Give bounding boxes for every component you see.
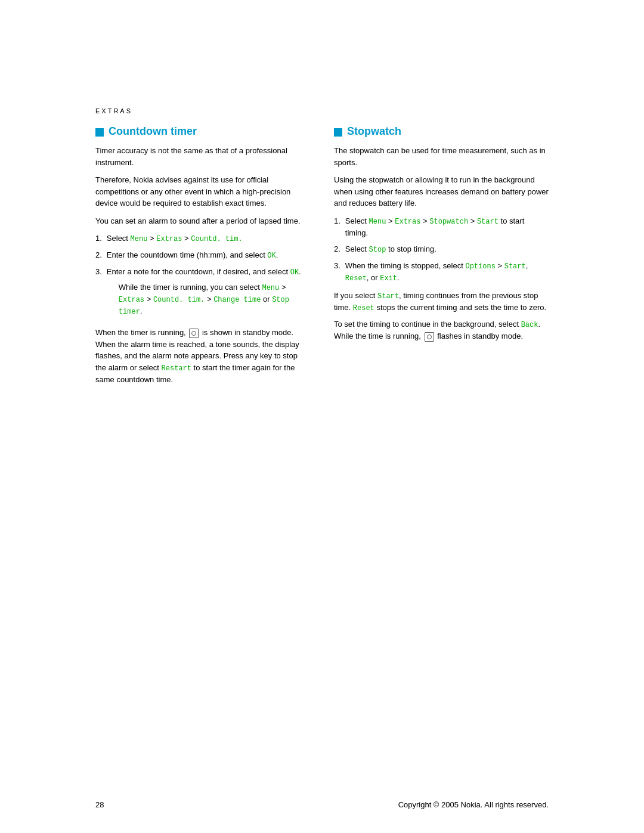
sw-menu-link: Menu [369, 218, 386, 226]
countdown-standby-para: When the timer is running, is shown in s… [95, 327, 310, 385]
stopwatch-section: Stopwatch The stopwatch can be used for … [334, 125, 549, 348]
stopwatch-step-2: 2. Select Stop to stop timing. [334, 243, 549, 255]
countdown-intro-3: You can set an alarm to sound after a pe… [95, 215, 310, 227]
page-footer: 28 Copyright © 2005 Nokia. All rights re… [95, 788, 549, 833]
stopwatch-steps: 1. Select Menu > Extras > Stopwatch > St… [334, 215, 549, 284]
countdown-steps: 1. Select Menu > Extras > Countd. tim. 2… [95, 233, 310, 321]
countdown-timer-title: Countdown timer [95, 125, 310, 138]
title-square-icon-2 [334, 128, 342, 137]
sw-reset-link-2: Reset [353, 304, 374, 312]
stopwatch-step-1: 1. Select Menu > Extras > Stopwatch > St… [334, 215, 549, 239]
sw-extras-link: Extras [395, 218, 420, 226]
extras-link-2: Extras [119, 296, 144, 304]
sw-back-link: Back [521, 321, 538, 329]
ok-link-1: OK [267, 252, 275, 260]
stopwatch-note-1: If you select Start, timing continues fr… [334, 290, 549, 314]
countdown-intro-1: Timer accuracy is not the same as that o… [95, 145, 310, 168]
sw-stopwatch-link: Stopwatch [429, 218, 468, 226]
countdown-indented-note: While the timer is running, you can sele… [119, 281, 310, 317]
copyright-text: Copyright © 2005 Nokia. All rights reser… [398, 800, 549, 809]
countd-tim-link-1: Countd. tim. [191, 235, 242, 243]
countdown-step-1: 1. Select Menu > Extras > Countd. tim. [95, 233, 310, 244]
sw-exit-link: Exit [380, 274, 397, 283]
section-label: Extras [95, 107, 549, 114]
extras-link-1: Extras [156, 235, 182, 243]
sw-start-link-2: Start [504, 262, 526, 271]
menu-link-2: Menu [262, 284, 279, 292]
countd-tim-link-2: Countd. tim. [153, 296, 205, 304]
sw-start-link: Start [477, 218, 499, 226]
stopwatch-step-3: 3. When the timing is stopped, select Op… [334, 260, 549, 284]
stopwatch-intro-2: Using the stopwatch or allowing it to ru… [334, 174, 549, 209]
change-time-link: Change time [213, 296, 261, 304]
restart-link: Restart [162, 364, 191, 373]
ok-link-2: OK [290, 268, 299, 277]
menu-link-1: Menu [131, 235, 148, 243]
page-number: 28 [95, 800, 104, 809]
countdown-timer-section: Countdown timer Timer accuracy is not th… [95, 125, 310, 391]
stopwatch-background-para: To set the timing to continue in the bac… [334, 318, 549, 342]
countdown-intro-2: Therefore, Nokia advises against its use… [95, 174, 310, 209]
sw-options-link: Options [465, 262, 495, 271]
sw-stop-link: Stop [369, 246, 386, 254]
countdown-step-2: 2. Enter the countdown time (hh:mm), and… [95, 249, 310, 261]
sw-reset-link: Reset [345, 274, 367, 283]
sw-start-link-3: Start [377, 292, 399, 301]
title-square-icon [95, 128, 104, 137]
countdown-step-3: 3. Enter a note for the countdown, if de… [95, 266, 310, 321]
stopwatch-intro-1: The stopwatch can be used for time measu… [334, 145, 549, 168]
stopwatch-title: Stopwatch [334, 125, 549, 138]
